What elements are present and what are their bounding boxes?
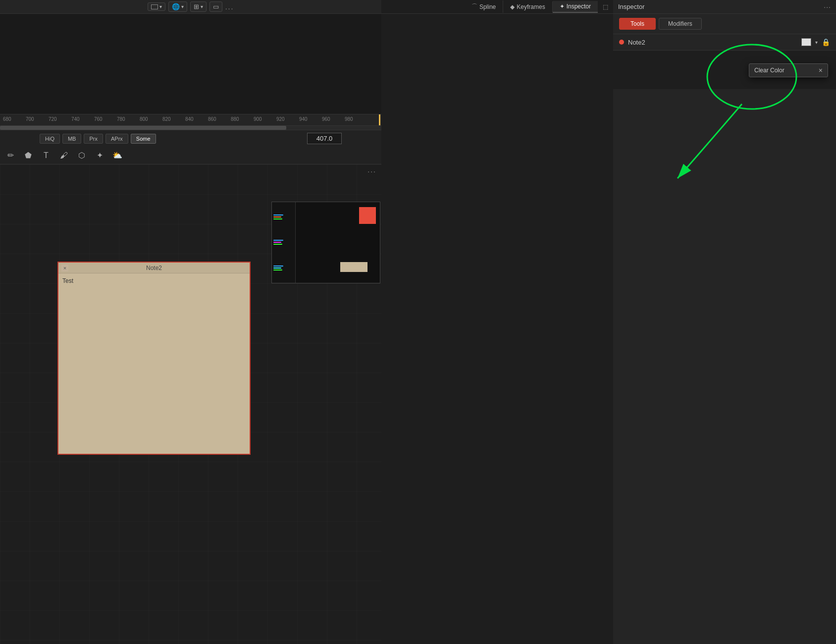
note-node[interactable]: × Note2 Test — [57, 262, 251, 455]
ruler-mark-800: 800 — [140, 116, 148, 122]
tab-keyframes[interactable]: ◆ Keyframes — [503, 1, 552, 12]
connector-group-1 — [273, 215, 294, 219]
lock-icon[interactable]: 🔒 — [822, 38, 830, 46]
cloud-tool[interactable]: ⛅ — [111, 149, 124, 162]
inspector-icon: ✦ — [560, 3, 565, 10]
note-title: Note2 — [146, 265, 162, 271]
conn-blue-3 — [273, 266, 283, 267]
connector-group-2 — [273, 240, 294, 245]
inspector-tab-label: Inspector — [567, 3, 591, 10]
rect-icon — [151, 4, 158, 9]
node-graph[interactable]: ··· — [0, 164, 381, 644]
conn-pink-2 — [273, 242, 281, 243]
node-row: Note2 ▾ 🔒 — [613, 34, 836, 51]
inspector-title: Inspector — [618, 3, 644, 10]
ruler-mark-680: 680 — [3, 116, 11, 122]
note-content: Test — [58, 273, 250, 288]
connector-panel — [272, 202, 296, 283]
ruler-mark-940: 940 — [299, 116, 308, 122]
ruler-mark-920: 920 — [276, 116, 285, 122]
main-viewport — [0, 14, 381, 114]
dropdown-icon: ▾ — [159, 4, 162, 9]
timeline-scrollbar[interactable] — [0, 126, 381, 130]
text-tool[interactable]: T — [40, 149, 52, 162]
toolbar-more-dots[interactable]: ... — [225, 3, 234, 11]
node-preview — [296, 202, 380, 283]
inspector-lower — [613, 89, 836, 644]
tab-modifiers[interactable]: Modifiers — [659, 18, 702, 30]
ruler-mark-780: 780 — [117, 116, 125, 122]
effect-tool[interactable]: ✦ — [93, 149, 106, 162]
conn-green-1 — [273, 218, 282, 219]
aprx-btn[interactable]: APrx — [105, 134, 128, 144]
tab-inspector[interactable]: ✦ Inspector — [553, 1, 598, 13]
shape-tool[interactable]: ⬟ — [22, 149, 35, 162]
frame-display[interactable]: 407.0 — [307, 133, 342, 144]
preview-red-rect — [359, 207, 376, 224]
playhead — [379, 114, 380, 125]
note-header: × Note2 — [58, 263, 250, 273]
conn-blue-1 — [273, 215, 283, 215]
spline-icon: ⌒ — [471, 2, 477, 11]
note-close-btn[interactable]: × — [61, 265, 68, 271]
ruler-mark-760: 760 — [94, 116, 103, 122]
graph-more-dots[interactable]: ··· — [367, 167, 376, 175]
conn-cyan-3 — [273, 268, 281, 268]
some-btn[interactable]: Some — [131, 134, 156, 144]
timeline-ruler: 680 700 720 740 760 780 800 820 840 860 … — [0, 114, 381, 126]
ruler-mark-960: 960 — [322, 116, 330, 122]
extra-icon: ⬚ — [603, 3, 608, 10]
ruler-mark-720: 720 — [49, 116, 57, 122]
clear-color-label: Clear Color — [754, 67, 784, 74]
cube-tool[interactable]: ⬡ — [75, 149, 88, 162]
tab-tools[interactable]: Tools — [619, 18, 656, 30]
tab-extra-btn[interactable]: ⬚ — [598, 1, 613, 12]
grid-btn[interactable]: ⊞ ▾ — [190, 1, 207, 12]
ruler-mark-740: 740 — [71, 116, 80, 122]
inspector-more-btn[interactable]: ··· — [824, 3, 831, 11]
connector-group-3 — [273, 266, 294, 270]
node-status-dot — [619, 40, 624, 45]
globe-icon: 🌐 — [172, 3, 180, 10]
ruler-mark-700: 700 — [26, 116, 34, 122]
ruler-mark-880: 880 — [231, 116, 239, 122]
prx-btn[interactable]: Prx — [84, 134, 103, 144]
inspector-panel: Tools Modifiers Note2 ▾ 🔒 — [613, 14, 836, 51]
globe-btn[interactable]: 🌐 ▾ — [168, 1, 187, 12]
color-dropdown-icon[interactable]: ▾ — [815, 40, 818, 45]
conn-green-3 — [273, 269, 282, 270]
inspector-tabs: Tools Modifiers — [613, 14, 836, 34]
hiq-btn[interactable]: HiQ — [40, 134, 60, 144]
pen-tool[interactable]: ✏ — [4, 149, 17, 162]
playback-bar: HiQ MB Prx APrx Some 407.0 — [0, 130, 381, 147]
inspector-topbar: Inspector ··· — [613, 0, 836, 14]
globe-dropdown-icon: ▾ — [181, 4, 184, 9]
ruler-mark-980: 980 — [345, 116, 353, 122]
monitor-btn[interactable]: ▭ — [209, 1, 222, 12]
conn-orange-1 — [273, 216, 281, 217]
ruler-mark-840: 840 — [185, 116, 194, 122]
spline-label: Spline — [479, 3, 496, 10]
scrollbar-thumb[interactable] — [0, 126, 286, 130]
conn-blue-2 — [273, 240, 283, 241]
preview-beige-rect — [340, 262, 367, 272]
ruler-mark-860: 860 — [208, 116, 216, 122]
paint-tool[interactable]: 🖌 — [57, 149, 70, 162]
grid-icon: ⊞ — [194, 3, 199, 10]
clear-color-popup: Clear Color × — [749, 63, 828, 77]
clear-color-header: Clear Color × — [749, 64, 828, 77]
clear-color-close-btn[interactable]: × — [819, 67, 823, 74]
tab-spline[interactable]: ⌒ Spline — [465, 0, 503, 13]
monitor-icon: ▭ — [213, 3, 219, 10]
mb-btn[interactable]: MB — [62, 134, 82, 144]
color-swatch-btn[interactable] — [801, 38, 811, 46]
node-thumbnail — [271, 202, 380, 283]
ruler-mark-820: 820 — [162, 116, 171, 122]
keyframes-icon: ◆ — [510, 3, 515, 10]
left-toolbar: ▾ 🌐 ▾ ⊞ ▾ ▭ ... — [0, 0, 381, 14]
grid-dropdown-icon: ▾ — [201, 4, 203, 9]
keyframes-label: Keyframes — [517, 3, 545, 10]
ruler-marks: 680 700 720 740 760 780 800 820 840 860 … — [0, 114, 381, 125]
node-name-label: Note2 — [628, 39, 797, 46]
viewport-btn[interactable]: ▾ — [148, 2, 165, 11]
